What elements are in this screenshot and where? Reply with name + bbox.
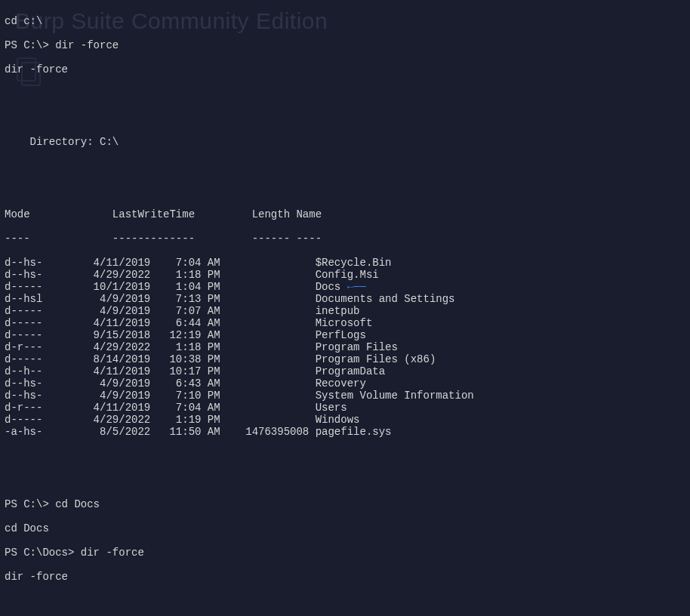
file-row: d----- 10/1/2019 1:04 PM Docs ←── <box>5 281 685 293</box>
command-echo: dir -force <box>5 571 685 583</box>
command-line: PS C:\> cd Docs <box>5 498 685 510</box>
file-row: d--hs- 4/9/2019 7:10 PM System Volume In… <box>5 390 685 402</box>
column-underline: ---- ------------- ------ ---- <box>5 233 685 245</box>
command-line: cd c:\ <box>5 15 685 27</box>
file-row: d----- 9/15/2018 12:19 AM PerfLogs <box>5 329 685 341</box>
directory-header: Directory: C:\ <box>5 136 685 148</box>
command-line: PS C:\> dir -force <box>5 39 685 51</box>
file-row: d----- 4/29/2022 1:19 PM Windows <box>5 414 685 426</box>
file-row: d--hs- 4/29/2022 1:18 PM Config.Msi <box>5 269 685 281</box>
file-row: -a-hs- 8/5/2022 11:50 AM 1476395008 page… <box>5 426 685 438</box>
file-row: d--hsl 4/9/2019 7:13 PM Documents and Se… <box>5 293 685 305</box>
command-echo: dir -force <box>5 63 685 75</box>
file-row: d----- 4/11/2019 6:44 AM Microsoft <box>5 317 685 329</box>
annotation-arrow-icon: ←── <box>340 281 366 293</box>
file-row: d--hs- 4/11/2019 7:04 AM $Recycle.Bin <box>5 257 685 269</box>
file-row: d----- 4/9/2019 7:07 AM inetpub <box>5 305 685 317</box>
command-line: PS C:\Docs> dir -force <box>5 547 685 559</box>
file-row: d----- 8/14/2019 10:38 PM Program Files … <box>5 353 685 365</box>
file-row: d--h-- 4/11/2019 10:17 PM ProgramData <box>5 365 685 377</box>
file-row: d-r--- 4/29/2022 1:18 PM Program Files <box>5 341 685 353</box>
file-row: d--hs- 4/9/2019 6:43 AM Recovery <box>5 377 685 390</box>
file-row: d-r--- 4/11/2019 7:04 AM Users <box>5 402 685 414</box>
terminal-output[interactable]: cd c:\ PS C:\> dir -force dir -force Dir… <box>0 0 690 616</box>
command-echo: cd Docs <box>5 522 685 534</box>
column-headers: Mode LastWriteTime Length Name <box>5 208 685 220</box>
